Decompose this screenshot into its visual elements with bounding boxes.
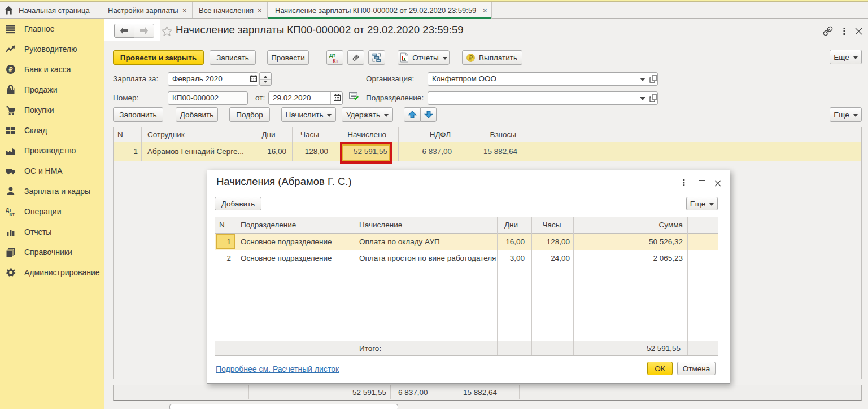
svg-text:₽: ₽ <box>9 66 13 73</box>
svg-text:₽: ₽ <box>469 55 473 61</box>
svg-text:Дт: Дт <box>329 52 335 58</box>
svg-text:Кт: Кт <box>333 58 338 63</box>
svg-text:Кт: Кт <box>10 212 15 217</box>
